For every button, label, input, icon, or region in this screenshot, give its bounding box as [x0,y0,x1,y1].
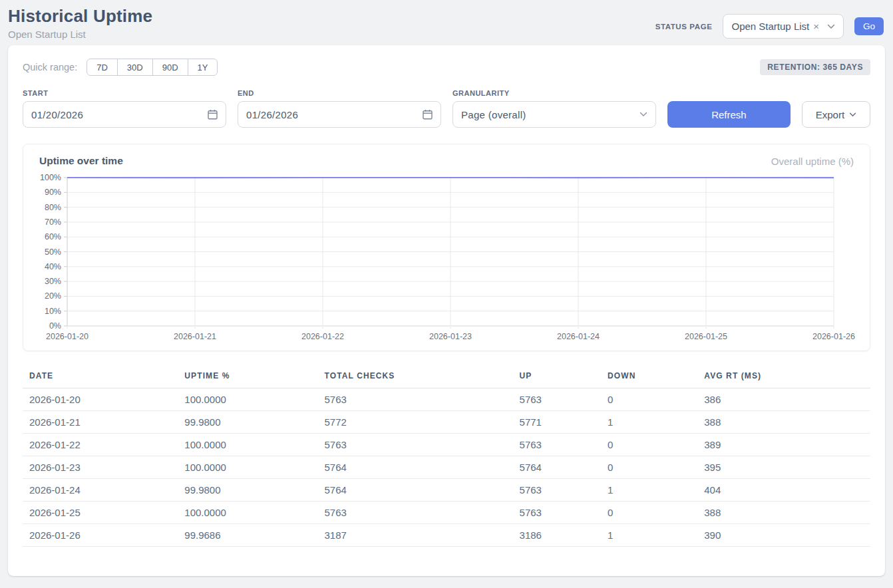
svg-text:2026-01-25: 2026-01-25 [685,332,727,341]
table-cell: 5763 [520,479,608,502]
table-cell: 2026-01-24 [23,479,184,502]
table-cell: 100.0000 [184,456,324,479]
table-cell: 2026-01-22 [23,434,184,456]
table-cell: 3187 [325,524,520,547]
svg-text:90%: 90% [45,188,61,197]
quick-range-label: Quick range: [23,62,77,73]
table-cell: 5764 [520,456,608,479]
table-cell: 1 [608,411,704,434]
table-body: 2026-01-20100.00005763576303862026-01-21… [23,388,870,547]
table-row: 2026-01-2699.9686318731861390 [23,524,870,547]
table-row: 2026-01-25100.0000576357630388 [23,502,870,524]
top-header: Historical Uptime Open Startup List STAT… [0,0,893,44]
svg-text:0%: 0% [49,321,61,331]
column-header: DATE [23,366,184,388]
table-cell: 0 [608,502,704,524]
table-cell: 1 [608,524,704,547]
table-cell: 5763 [520,502,608,524]
table-header-row: DATEUPTIME %TOTAL CHECKSUPDOWNAVG RT (MS… [23,366,870,388]
table-cell: 395 [704,456,870,479]
svg-text:2026-01-20: 2026-01-20 [46,332,89,341]
table-cell: 5763 [325,502,520,524]
clear-icon[interactable]: × [813,21,819,31]
chart-legend: Overall uptime (%) [771,156,854,167]
table-cell: 5764 [325,479,520,502]
table-cell: 100.0000 [184,502,324,524]
column-header: TOTAL CHECKS [325,366,520,388]
quick-range-1y[interactable]: 1Y [188,59,218,76]
chevron-down-icon [849,112,856,117]
chevron-down-icon [639,112,647,117]
refresh-button[interactable]: Refresh [667,101,791,128]
table-cell: 100.0000 [184,434,324,456]
svg-text:2026-01-21: 2026-01-21 [174,332,216,341]
table-cell: 100.0000 [184,388,324,411]
end-date-value: 01/26/2026 [246,109,298,120]
quick-range-7d[interactable]: 7D [87,59,118,76]
quick-range-group: 7D30D90D1Y [87,59,218,76]
table-cell: 5771 [520,411,608,434]
start-date-input[interactable]: 01/20/2026 [23,101,226,128]
filter-controls-row: START 01/20/2026 END 01/26/2026 GRANULAR… [23,89,870,128]
status-page-select[interactable]: Open Startup List × [723,14,844,39]
uptime-chart-card: Uptime over time Overall uptime (%) 0%10… [23,144,870,351]
granularity-label: GRANULARITY [452,89,656,97]
table-cell: 5763 [325,434,520,456]
chevron-down-icon [827,24,835,29]
start-label: START [23,89,226,97]
export-button[interactable]: Export [802,101,870,128]
granularity-select[interactable]: Page (overall) [452,101,656,128]
table-cell: 2026-01-21 [23,411,184,434]
table-row: 2026-01-2199.9800577257711388 [23,411,870,434]
svg-text:2026-01-26: 2026-01-26 [812,332,855,341]
svg-text:2026-01-22: 2026-01-22 [301,332,344,341]
end-date-input[interactable]: 01/26/2026 [238,101,441,128]
uptime-table: DATEUPTIME %TOTAL CHECKSUPDOWNAVG RT (MS… [23,366,870,547]
granularity-value: Page (overall) [461,109,526,120]
table-cell: 99.9800 [184,479,324,502]
table-cell: 2026-01-23 [23,456,184,479]
status-page-label: STATUS PAGE [655,23,713,31]
table-cell: 388 [704,411,870,434]
table-row: 2026-01-20100.0000576357630386 [23,388,870,411]
uptime-chart: 0%10%20%30%40%50%60%70%80%90%100%2026-01… [39,174,855,343]
svg-text:10%: 10% [45,307,61,316]
table-cell: 5763 [520,434,608,456]
svg-text:40%: 40% [45,262,61,271]
status-page-value: Open Startup List [731,21,809,32]
quick-range-90d[interactable]: 90D [152,59,188,76]
svg-text:50%: 50% [45,247,61,257]
quick-range-row: Quick range: 7D30D90D1Y RETENTION: 365 D… [23,59,870,76]
table-cell: 2026-01-26 [23,524,184,547]
table-cell: 404 [704,479,870,502]
table-cell: 0 [608,456,704,479]
quick-range-30d[interactable]: 30D [117,59,153,76]
table-cell: 388 [704,502,870,524]
end-label: END [238,89,441,97]
page-subtitle: Open Startup List [8,29,152,40]
column-header: UPTIME % [184,366,324,388]
svg-text:80%: 80% [45,203,61,212]
calendar-icon[interactable] [423,109,433,120]
table-row: 2026-01-22100.0000576357630389 [23,434,870,456]
table-row: 2026-01-2499.9800576457631404 [23,479,870,502]
svg-text:2026-01-24: 2026-01-24 [557,332,600,341]
calendar-icon[interactable] [208,109,218,120]
svg-text:2026-01-23: 2026-01-23 [429,332,472,341]
svg-text:30%: 30% [45,277,61,286]
svg-text:70%: 70% [45,218,61,227]
table-cell: 99.9800 [184,411,324,434]
retention-badge: RETENTION: 365 DAYS [760,59,870,75]
export-button-label: Export [816,109,844,120]
table-cell: 390 [704,524,870,547]
table-cell: 2026-01-20 [23,388,184,411]
table-cell: 0 [608,434,704,456]
table-cell: 5763 [520,388,608,411]
go-button[interactable]: Go [854,17,884,35]
column-header: UP [520,366,608,388]
svg-text:20%: 20% [45,291,61,301]
column-header: DOWN [608,366,704,388]
table-cell: 0 [608,388,704,411]
header-controls: STATUS PAGE Open Startup List × Go [655,14,884,39]
table-cell: 5764 [325,456,520,479]
